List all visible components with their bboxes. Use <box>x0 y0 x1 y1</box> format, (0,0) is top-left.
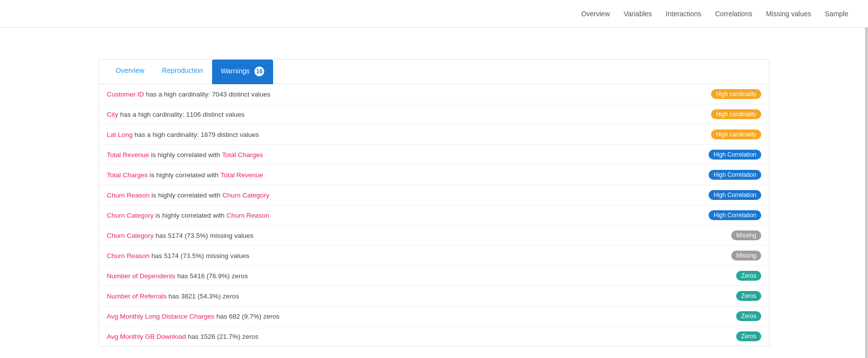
warning-badge-cell: Zeros <box>681 326 769 347</box>
warning-text: is highly correlated with <box>148 171 220 179</box>
navbar: OverviewVariablesInteractionsCorrelation… <box>0 0 868 28</box>
warnings-table: Customer ID has a high cardinality: 7043… <box>99 84 769 346</box>
warning-text-cell: Number of Referrals has 3821 (54.3%) zer… <box>99 286 681 306</box>
tab-bar: Overview Reproduction Warnings 16 <box>99 60 769 84</box>
warning-badge-cell: High cardinality <box>681 125 769 145</box>
warning-text-cell: Lat Long has a high cardinality: 1679 di… <box>99 125 681 145</box>
warning-badge-cell: Zeros <box>681 266 769 286</box>
warning-var1[interactable]: City <box>107 111 118 118</box>
warning-text-cell: Avg Monthly GB Download has 1526 (21.7%)… <box>99 326 681 347</box>
warning-badge-cell: High cardinality <box>681 104 769 125</box>
warning-text: is highly correlated with <box>150 192 222 199</box>
warning-badge: High Correlation <box>709 150 761 160</box>
warning-var2[interactable]: Churn Category <box>222 192 269 199</box>
warning-row: Churn Reason is highly correlated with C… <box>99 185 769 205</box>
warning-badge-cell: Zeros <box>681 306 769 326</box>
warning-var1[interactable]: Churn Reason <box>107 192 150 199</box>
warning-var1[interactable]: Number of Referrals <box>107 293 167 300</box>
warning-badge: High Correlation <box>709 210 761 220</box>
warning-badge: High Correlation <box>709 190 761 200</box>
warning-var1[interactable]: Churn Category <box>107 232 154 239</box>
nav-link-missing-values[interactable]: Missing values <box>766 10 811 18</box>
warning-badge: High Correlation <box>709 170 761 180</box>
nav-link-overview[interactable]: Overview <box>581 10 610 18</box>
warning-text: has 5174 (73.5%) missing values <box>154 232 253 239</box>
warning-badge: Zeros <box>736 271 761 281</box>
warning-badge: High cardinality <box>711 130 761 139</box>
warning-badge: Zeros <box>736 311 761 321</box>
warning-badge-cell: Zeros <box>681 286 769 306</box>
warning-text-cell: Total Charges is highly correlated with … <box>99 165 681 185</box>
main-content: Overview Reproduction Warnings 16 Custom… <box>0 28 868 358</box>
warning-var1[interactable]: Total Charges <box>107 171 148 179</box>
warning-var2[interactable]: Churn Reason <box>226 212 269 219</box>
warning-badge: Missing <box>731 251 761 260</box>
warning-row: Churn Reason has 5174 (73.5%) missing va… <box>99 246 769 266</box>
warning-text: has a high cardinality: 7043 distinct va… <box>144 91 271 98</box>
warning-text: has 682 (9.7%) zeros <box>215 313 279 320</box>
warning-row: Number of Dependents has 5416 (76.9%) ze… <box>99 266 769 286</box>
warning-text-cell: Churn Category has 5174 (73.5%) missing … <box>99 226 681 246</box>
warning-badge: Zeros <box>736 291 761 301</box>
warning-text: has a high cardinality: 1106 distinct va… <box>118 111 245 118</box>
nav-link-interactions[interactable]: Interactions <box>666 10 701 18</box>
scrollbar[interactable] <box>865 0 868 358</box>
warning-badge: High cardinality <box>711 89 761 99</box>
tab-warnings[interactable]: Warnings 16 <box>212 60 274 84</box>
warning-text: is highly correlated with <box>154 212 226 219</box>
warning-row: Total Charges is highly correlated with … <box>99 165 769 185</box>
nav-links: OverviewVariablesInteractionsCorrelation… <box>581 10 848 18</box>
warning-text: has 5174 (73.5%) missing values <box>150 252 249 260</box>
warning-text: has 3821 (54.3%) zeros <box>167 293 239 300</box>
warning-text: is highly correlated with <box>149 151 222 159</box>
warning-text-cell: Avg Monthly Long Distance Charges has 68… <box>99 306 681 326</box>
overview-card: Overview Reproduction Warnings 16 Custom… <box>98 59 770 347</box>
warning-text-cell: Total Revenue is highly correlated with … <box>99 145 681 165</box>
warning-var1[interactable]: Total Revenue <box>107 151 149 159</box>
warning-row: Number of Referrals has 3821 (54.3%) zer… <box>99 286 769 306</box>
nav-link-variables[interactable]: Variables <box>624 10 652 18</box>
warning-var1[interactable]: Churn Reason <box>107 252 150 260</box>
warning-text-cell: City has a high cardinality: 1106 distin… <box>99 104 681 125</box>
warning-badge-cell: High Correlation <box>681 145 769 165</box>
nav-link-correlations[interactable]: Correlations <box>715 10 752 18</box>
warning-text-cell: Customer ID has a high cardinality: 7043… <box>99 84 681 104</box>
warning-badge: High cardinality <box>711 109 761 119</box>
warning-var2[interactable]: Total Charges <box>222 151 263 159</box>
warning-badge-cell: High Correlation <box>681 165 769 185</box>
warnings-badge: 16 <box>254 66 264 76</box>
warning-badge: Missing <box>731 230 761 240</box>
warning-text: has 5416 (76.9%) zeros <box>176 272 248 280</box>
warning-text-cell: Number of Dependents has 5416 (76.9%) ze… <box>99 266 681 286</box>
warning-row: Lat Long has a high cardinality: 1679 di… <box>99 125 769 145</box>
warning-var2[interactable]: Total Revenue <box>220 171 263 179</box>
warning-var1[interactable]: Lat Long <box>107 131 133 138</box>
warning-text-cell: Churn Category is highly correlated with… <box>99 205 681 226</box>
warning-var1[interactable]: Customer ID <box>107 91 144 98</box>
warning-text-cell: Churn Reason is highly correlated with C… <box>99 185 681 205</box>
warning-text: has 1526 (21.7%) zeros <box>186 333 258 340</box>
tab-overview[interactable]: Overview <box>107 60 153 84</box>
warning-row: Avg Monthly GB Download has 1526 (21.7%)… <box>99 326 769 347</box>
warning-var1[interactable]: Avg Monthly GB Download <box>107 333 186 340</box>
warning-badge-cell: High Correlation <box>681 185 769 205</box>
warning-var1[interactable]: Number of Dependents <box>107 272 176 280</box>
warning-row: Churn Category has 5174 (73.5%) missing … <box>99 226 769 246</box>
tab-reproduction[interactable]: Reproduction <box>153 60 212 84</box>
warning-badge-cell: Missing <box>681 246 769 266</box>
warning-text-cell: Churn Reason has 5174 (73.5%) missing va… <box>99 246 681 266</box>
warning-badge-cell: High Correlation <box>681 205 769 226</box>
warning-text: has a high cardinality: 1679 distinct va… <box>133 131 259 138</box>
warning-row: Total Revenue is highly correlated with … <box>99 145 769 165</box>
warning-var1[interactable]: Churn Category <box>107 212 154 219</box>
warning-row: Churn Category is highly correlated with… <box>99 205 769 226</box>
warning-row: Customer ID has a high cardinality: 7043… <box>99 84 769 104</box>
warning-badge: Zeros <box>736 331 761 341</box>
warning-row: City has a high cardinality: 1106 distin… <box>99 104 769 125</box>
warning-var1[interactable]: Avg Monthly Long Distance Charges <box>107 313 215 320</box>
warning-row: Avg Monthly Long Distance Charges has 68… <box>99 306 769 326</box>
nav-link-sample[interactable]: Sample <box>825 10 848 18</box>
warning-badge-cell: Missing <box>681 226 769 246</box>
warning-badge-cell: High cardinality <box>681 84 769 104</box>
